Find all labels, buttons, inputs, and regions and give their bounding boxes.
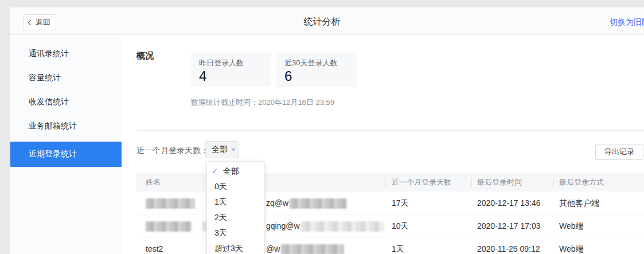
sidebar-item-recent-login-stats[interactable]: 近期登录统计 — [10, 142, 122, 167]
dropdown-option-label: 超过3天 — [214, 244, 243, 254]
sidebar-item-mail-send-receive-stats[interactable]: 收发信统计 — [10, 90, 122, 114]
dropdown-option-label: 0天 — [214, 182, 227, 192]
cell-last-login-time: 2020-11-25 09:12 — [477, 237, 540, 254]
dropdown-option-label: 全部 — [223, 166, 239, 177]
column-divider — [471, 178, 472, 187]
stat-card-label: 近30天登录人数 — [284, 58, 349, 68]
dropdown-option-2-days[interactable]: 2天 — [207, 210, 264, 225]
login-days-select[interactable]: 全部 — [205, 141, 239, 158]
cell-login-days: 10天 — [392, 214, 409, 237]
overview-section-title: 概况 — [136, 50, 154, 61]
cell-last-login-method: Web端 — [559, 214, 584, 237]
redacted-domain — [301, 221, 384, 232]
dropdown-option-all[interactable]: ✓ 全部 — [207, 163, 264, 179]
stat-card-yesterday-logins: 昨日登录人数 4 — [191, 52, 271, 87]
check-icon: ✓ — [212, 167, 223, 175]
switch-to-old-version-link[interactable]: 切换为旧版 — [610, 17, 644, 28]
export-records-label: 导出记录 — [604, 147, 634, 157]
redacted-domain — [281, 244, 344, 254]
cell-account: gqing@w — [266, 214, 384, 237]
cell-last-login-time: 2020-12-17 13:46 — [477, 192, 541, 214]
cell-name — [146, 192, 195, 214]
column-divider — [385, 178, 386, 187]
dropdown-option-label: 3天 — [214, 228, 227, 239]
stat-card-label: 昨日登录人数 — [199, 58, 263, 68]
cell-last-login-time: 2020-12-17 17:03 — [477, 214, 541, 237]
dropdown-option-1-day[interactable]: 1天 — [207, 194, 264, 210]
column-header-last-login-time: 最后登录时间 — [477, 173, 522, 192]
section-divider — [136, 130, 644, 131]
sidebar-item-contacts-stats[interactable]: 通讯录统计 — [10, 42, 122, 66]
sidebar: 通讯录统计 容量统计 收发信统计 业务邮箱统计 近期登录统计 — [10, 35, 122, 254]
login-days-filter-label: 近一个月登录天数： — [136, 146, 209, 156]
stat-card-value: 4 — [199, 69, 263, 83]
column-divider — [553, 178, 554, 187]
login-days-select-value: 全部 — [212, 144, 228, 155]
column-header-last-login-method: 最后登录方式 — [559, 173, 604, 192]
redacted-name — [146, 221, 192, 232]
stat-card-value: 6 — [284, 69, 349, 83]
caret-down-icon — [231, 149, 236, 151]
column-header-name: 姓名 — [146, 173, 161, 192]
sidebar-item-business-mailbox-stats[interactable]: 业务邮箱统计 — [10, 114, 122, 138]
export-records-button[interactable]: 导出记录 — [595, 144, 643, 160]
cell-account: zq@w — [266, 192, 347, 214]
sidebar-item-capacity-stats[interactable]: 容量统计 — [10, 66, 122, 90]
dropdown-option-label: 1天 — [214, 197, 227, 208]
data-cutoff-note: 数据统计截止时间：2020年12月16日 23:59 — [191, 97, 334, 108]
redacted-name — [146, 198, 195, 209]
redacted-domain — [290, 198, 347, 209]
cell-last-login-method: 其他客户端 — [559, 192, 599, 214]
login-days-dropdown-menu: ✓ 全部 0天 1天 2天 3天 超过3天 — [206, 161, 265, 254]
dropdown-option-label: 2天 — [214, 213, 227, 223]
cell-name: test2 — [146, 237, 163, 254]
dropdown-option-0-days[interactable]: 0天 — [207, 179, 264, 194]
cell-login-days: 1天 — [392, 237, 404, 254]
cell-last-login-method: Web端 — [559, 237, 584, 254]
dropdown-option-3-days[interactable]: 3天 — [207, 225, 264, 241]
column-header-login-days: 近一个月登录天数 — [392, 173, 451, 192]
stat-card-30day-logins: 近30天登录人数 6 — [276, 52, 357, 87]
cell-login-days: 17天 — [392, 192, 409, 214]
dropdown-option-over-3-days[interactable]: 超过3天 — [207, 241, 264, 254]
page-title: 统计分析 — [0, 16, 644, 28]
cell-account: @w — [266, 237, 344, 254]
